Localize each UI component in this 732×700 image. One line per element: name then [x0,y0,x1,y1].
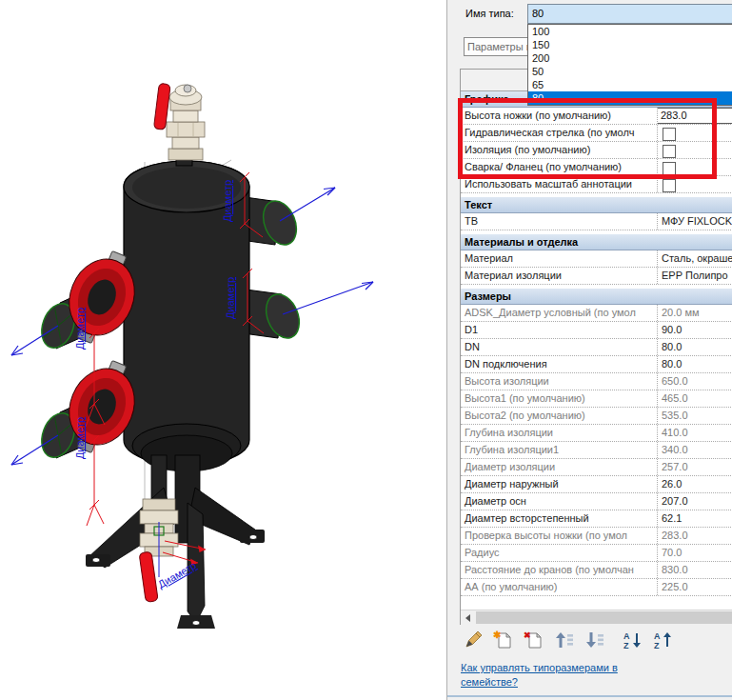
param-label: DN подключения [461,356,657,372]
param-row: Использовать масштаб аннотации [461,176,732,193]
param-value-cell[interactable]: 465.0 [657,390,732,407]
param-value-input[interactable]: 283.0 [657,108,732,124]
param-value-cell[interactable]: 410.0 [657,425,732,441]
param-value-cell[interactable]: МФУ FIXLOCK [657,213,732,230]
param-label: Диаметр наружный [461,476,657,492]
param-checkbox[interactable] [663,179,676,192]
3d-model-view[interactable]: Диаметр Диаметр Диаметр Диаметр Диаметр [0,0,446,700]
param-value-cell[interactable] [657,142,732,158]
new-type-icon[interactable]: ✱ [493,630,514,650]
svg-text:A: A [654,631,661,641]
param-label: Материал [461,250,657,267]
type-properties-dialog: Имя типа: 80 Параметры п 100150200506580… [446,0,732,700]
param-value-cell[interactable]: 62.1 [657,510,732,527]
param-row: Высота2 (по умолчанию)535.0 [461,408,732,425]
param-value-cell[interactable]: 80.0 [657,339,732,355]
param-label: Расстояние до кранов (по умолчан [461,562,657,578]
param-row: Радиус70.0 [461,545,732,562]
param-row: Высота ножки (по умолчанию)283.0 [461,108,732,125]
param-value-cell[interactable]: 257.0 [657,459,732,475]
help-link[interactable]: Как управлять типоразмерами в семействе? [461,661,642,690]
param-value-cell[interactable]: 830.0 [657,562,732,578]
param-label: Высота ножки (по умолчанию) [461,108,657,124]
dropdown-option[interactable]: 65 [528,78,732,91]
param-value-cell[interactable]: 283.0 [657,108,732,124]
section-header: Материалы и отделка [461,234,732,250]
param-value-cell[interactable]: ЕРР Полипро [657,268,732,284]
parameter-search-box[interactable]: Параметры п [464,37,528,56]
param-row: Глубина изоляции410.0 [461,425,732,442]
horizontal-scrollbar[interactable] [461,610,732,625]
param-label: Диамтер всторстепенный [461,510,657,527]
svg-text:✱: ✱ [493,630,502,640]
param-label: Глубина изоляции1 [461,442,657,458]
param-row: Сварка/ Фланец (по умолчанию) [461,159,732,176]
param-row: Расстояние до кранов (по умолчан830.0 [461,562,732,579]
scrollbar-thumb[interactable] [476,611,732,624]
param-value-cell[interactable]: 207.0 [657,493,732,510]
drain-valve [139,499,178,602]
scroll-left-arrow-icon[interactable] [461,610,475,625]
param-label: Высота изоляции [461,373,657,390]
param-label: Радиус [461,545,657,561]
param-value-cell[interactable] [657,125,732,141]
section-header: Размеры [461,289,732,305]
air-vent-valve [153,83,205,166]
param-label: Проверка высоты ножки (по умол [461,528,657,544]
param-value-cell[interactable]: 283.0 [657,528,732,544]
param-label: Сварка/ Фланец (по умолчанию) [461,159,657,175]
svg-text:Z: Z [654,641,660,650]
dropdown-option[interactable]: 200 [528,51,732,65]
param-value-cell[interactable]: 650.0 [657,373,732,390]
param-row: DN подключения80.0 [461,356,732,373]
svg-text:Z: Z [623,641,629,650]
type-name-label: Имя типа: [465,8,514,19]
move-up-icon[interactable] [554,630,575,650]
section-header: Текст [461,197,732,213]
param-label: ADSK_Диаметр условный (по умол [461,305,657,321]
param-checkbox[interactable] [663,128,676,141]
sort-ascending-icon[interactable]: A Z [623,630,643,650]
param-value-cell[interactable]: 20.0 мм [657,305,732,321]
delete-type-icon[interactable]: ✖ [524,630,544,650]
param-row: Глубина изоляции1340.0 [461,442,732,459]
param-row: Диамтер всторстепенный62.1 [461,510,732,528]
param-checkbox[interactable] [663,145,676,158]
parameters-rows: ГрафикаВысота ножки (по умолчанию)283.0Г… [461,91,732,596]
param-row: Диаметр изоляции257.0 [461,459,732,476]
param-value-cell[interactable]: Сталь, окраше [657,250,732,267]
dropdown-option[interactable]: 100 [528,25,732,38]
edit-type-icon[interactable] [463,630,484,650]
type-name-combobox[interactable]: 80 [527,4,732,24]
param-row: АА (по умолчанию)225.0 [461,579,732,596]
param-row: DN80.0 [461,339,732,356]
param-value-cell[interactable]: 340.0 [657,442,732,458]
param-value-cell[interactable]: 535.0 [657,408,732,424]
svg-text:A: A [623,631,630,641]
param-row: Диаметр наружный26.0 [461,476,732,493]
move-down-icon[interactable] [584,630,605,650]
param-value-cell[interactable]: 26.0 [657,476,732,492]
param-row: D190.0 [461,322,732,339]
param-label: D1 [461,322,657,338]
sort-descending-icon[interactable]: A Z [653,630,674,650]
param-label: Изоляция (по умолчанию) [461,142,657,158]
param-row: Проверка высоты ножки (по умол283.0 [461,528,732,545]
dropdown-option[interactable]: 50 [528,65,732,78]
param-value-cell[interactable]: 225.0 [657,579,732,595]
param-value-cell[interactable]: 90.0 [657,322,732,338]
param-row: Высота1 (по умолчанию)465.0 [461,390,732,408]
dropdown-option[interactable]: 150 [528,38,732,51]
param-row: ТВМФУ FIXLOCK [461,213,732,230]
param-label: Глубина изоляции [461,425,657,441]
param-value-cell[interactable] [657,176,732,192]
param-label: Материал изоляции [461,268,657,284]
type-toolbar: ✱ ✖ [463,627,729,653]
param-value-cell[interactable]: 80.0 [657,356,732,372]
param-value-cell[interactable]: 70.0 [657,545,732,561]
param-checkbox[interactable] [663,162,676,175]
drain-lever-red [139,551,158,602]
param-value-cell[interactable] [657,159,732,175]
param-label: Диаметр осн [461,493,657,510]
dropdown-option[interactable]: 80 [528,91,732,105]
